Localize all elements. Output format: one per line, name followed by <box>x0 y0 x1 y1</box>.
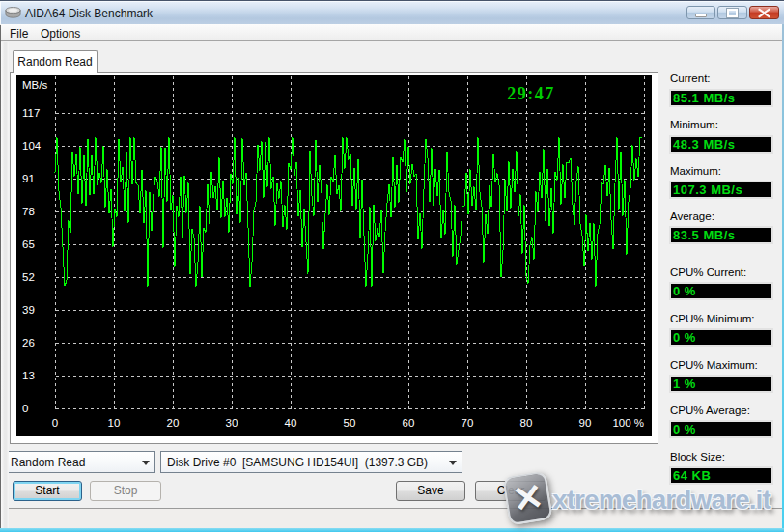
svg-text:91: 91 <box>22 173 35 184</box>
svg-text:78: 78 <box>22 206 35 217</box>
svg-text:40: 40 <box>285 417 297 429</box>
svg-text:MB/s: MB/s <box>22 79 47 91</box>
svg-text:10: 10 <box>108 417 121 429</box>
svg-text:30: 30 <box>226 417 238 429</box>
svg-text:39: 39 <box>22 304 35 316</box>
svg-text:60: 60 <box>403 417 415 429</box>
svg-text:70: 70 <box>462 417 474 429</box>
svg-text:65: 65 <box>22 238 35 250</box>
svg-text:13: 13 <box>22 370 35 381</box>
svg-text:0: 0 <box>22 403 28 414</box>
svg-text:20: 20 <box>167 417 180 429</box>
svg-text:104: 104 <box>22 140 42 152</box>
svg-text:26: 26 <box>22 337 35 349</box>
svg-text:52: 52 <box>22 271 35 283</box>
svg-text:80: 80 <box>520 417 533 429</box>
svg-text:117: 117 <box>22 107 40 119</box>
svg-text:100 %: 100 % <box>612 417 644 429</box>
svg-text:29:47: 29:47 <box>507 84 555 103</box>
svg-text:0: 0 <box>52 417 58 429</box>
svg-text:90: 90 <box>579 417 592 429</box>
svg-text:50: 50 <box>344 417 356 429</box>
